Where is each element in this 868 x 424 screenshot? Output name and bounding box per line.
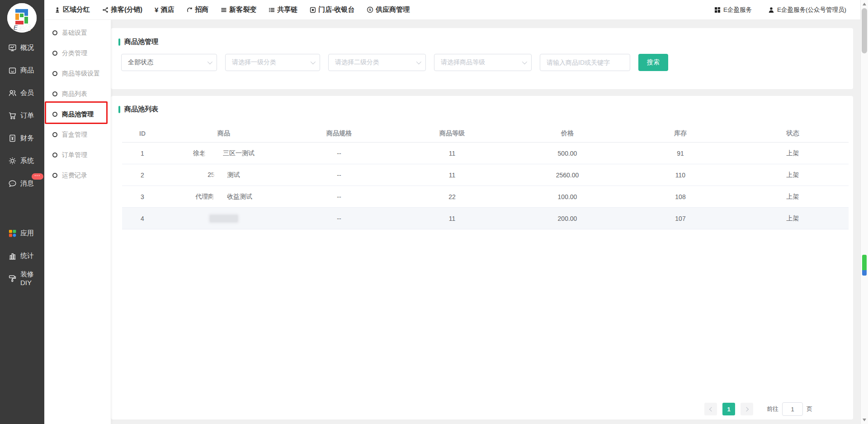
recycle-icon	[186, 7, 193, 13]
grid-icon	[714, 7, 721, 13]
status-select[interactable]: 全部状态	[121, 54, 217, 71]
sidebar-item-label: 财务	[20, 134, 34, 143]
table-row: 2 25测试 -- 11 2560.00 110 上架	[122, 164, 849, 186]
prev-page-button[interactable]	[704, 403, 717, 415]
col-header-level: 商品等级	[393, 129, 511, 138]
cell-level: 11	[393, 215, 511, 222]
sidebar-item-stats[interactable]: 统计	[0, 244, 44, 267]
topnav-item-store-cashier[interactable]: 门店-收银台	[310, 5, 354, 14]
submenu-item-order-mgmt[interactable]: 订单管理	[44, 145, 111, 165]
orders-icon	[8, 111, 17, 120]
radio-dot-icon	[52, 30, 57, 35]
submenu-item-blindbox-mgmt[interactable]: 盲盒管理	[44, 124, 111, 145]
topnav-item-investment[interactable]: 招商	[186, 5, 208, 14]
scrollbar-thumb[interactable]	[862, 8, 867, 53]
page-scrollbar[interactable]	[860, 0, 868, 424]
goods-icon	[8, 66, 17, 75]
sidebar-item-diy[interactable]: 装修DIY	[0, 267, 44, 290]
cell-spec: --	[285, 150, 393, 157]
topnav-item-fission[interactable]: 新客裂变	[221, 5, 256, 14]
category1-select-placeholder: 请选择一级分类	[232, 58, 276, 67]
submenu-item-label: 分类管理	[62, 49, 87, 57]
censor-blur	[206, 149, 222, 157]
sidebar-item-messages[interactable]: 消息 ···	[0, 172, 44, 195]
level-select[interactable]: 请选择商品等级	[434, 54, 532, 71]
col-header-spec: 商品规格	[285, 129, 393, 138]
keyword-input[interactable]	[540, 54, 630, 71]
submenu-item-goods-list[interactable]: 商品列表	[44, 84, 111, 104]
chevron-down-icon	[416, 59, 421, 64]
members-icon	[8, 89, 17, 97]
sidebar-item-label: 概况	[20, 43, 34, 52]
topnav-label: 供应商管理	[376, 5, 410, 14]
topnav-item-promoter[interactable]: 推客(分销)	[102, 5, 142, 14]
submenu-item-goods-pool-mgmt[interactable]: 商品池管理	[44, 104, 111, 124]
submenu-item-freight-records[interactable]: 运费记录	[44, 165, 111, 186]
service-menu[interactable]: E企盈服务	[714, 6, 752, 14]
submenu-item-label: 订单管理	[62, 151, 87, 159]
rank-icon	[54, 7, 61, 13]
cell-product-name: 徐老三区一测试	[163, 149, 285, 157]
col-header-id: ID	[122, 130, 163, 137]
submenu-item-category-mgmt[interactable]: 分类管理	[44, 43, 111, 63]
submenu-item-level-settings[interactable]: 商品等级设置	[44, 63, 111, 84]
sidebar-item-orders[interactable]: 订单	[0, 104, 44, 127]
sidebar-item-label: 应用	[20, 229, 34, 238]
scrollbar-marker-blue	[862, 270, 867, 276]
app-logo[interactable]: E企盈	[7, 3, 37, 33]
submenu-item-basic-settings[interactable]: 基础设置	[44, 23, 111, 43]
radio-dot-icon	[52, 173, 57, 178]
account-menu[interactable]: E企盈服务(公众号管理员)	[768, 6, 846, 14]
level-select-placeholder: 请选择商品等级	[441, 58, 485, 67]
sidebar-item-label: 会员	[20, 89, 34, 97]
sidebar-item-system[interactable]: 系统	[0, 149, 44, 172]
sidebar-item-members[interactable]: 会员	[0, 81, 44, 104]
title-accent-bar	[118, 38, 120, 46]
scroll-down-arrow-icon[interactable]	[863, 419, 866, 421]
col-header-status: 状态	[737, 129, 849, 138]
sidebar-item-overview[interactable]: 概况	[0, 36, 44, 59]
topnav-label: 推客(分销)	[111, 5, 142, 14]
category1-select[interactable]: 请选择一级分类	[225, 54, 320, 71]
top-navbar: 区域分红 推客(分销) ¥ 酒店 招商 新客裂变 共享链	[44, 0, 868, 20]
topnav-label: 新客裂变	[229, 5, 256, 14]
list-card-title: 商品池列表	[118, 105, 853, 114]
filter-card-title: 商品池管理	[118, 38, 843, 46]
topnav-item-hotel[interactable]: ¥ 酒店	[155, 5, 174, 14]
svg-text:S: S	[369, 8, 372, 12]
cell-level: 11	[393, 172, 511, 179]
topnav-item-share-chain[interactable]: 共享链	[269, 5, 297, 14]
goto-label: 前往	[767, 405, 778, 413]
page-title: 商品池管理	[124, 38, 158, 46]
cell-id: 4	[122, 215, 163, 222]
goto-page-input[interactable]	[782, 402, 803, 416]
list-title: 商品池列表	[124, 105, 158, 114]
pagination: 1 前往 页	[704, 402, 812, 416]
cell-product-name: 25测试	[163, 171, 285, 179]
sidebar-spacer	[0, 195, 44, 222]
overview-icon	[8, 43, 17, 52]
store-icon	[310, 7, 316, 13]
cell-stock: 107	[624, 215, 737, 222]
table-row: 4 -- 11 200.00 107 上架	[122, 208, 849, 229]
chevron-right-icon	[744, 407, 749, 411]
scroll-up-arrow-icon[interactable]	[863, 3, 866, 5]
topnav-item-supplier[interactable]: S 供应商管理	[367, 5, 410, 14]
cell-level: 22	[393, 193, 511, 200]
radio-dot-icon	[52, 91, 57, 96]
sidebar-item-label: 装修DIY	[20, 270, 44, 286]
category2-select-placeholder: 请选择二级分类	[335, 58, 379, 67]
cell-spec: --	[285, 215, 393, 222]
logo-graphic: E企盈	[7, 3, 37, 33]
topnav-item-region-bonus[interactable]: 区域分红	[54, 5, 90, 14]
next-page-button[interactable]	[741, 403, 753, 415]
search-button[interactable]: 搜索	[638, 54, 668, 71]
sidebar-item-goods[interactable]: 商品	[0, 59, 44, 81]
category2-select[interactable]: 请选择二级分类	[328, 54, 426, 71]
list-card: 商品池列表 ID 商品 商品规格 商品等级 价格 库存 状态 1 徐老三区一测试…	[111, 96, 853, 419]
col-header-name: 商品	[163, 129, 285, 138]
sidebar-item-finance[interactable]: 财务	[0, 127, 44, 149]
page-1-button[interactable]: 1	[722, 403, 735, 415]
sidebar-item-apps[interactable]: 应用	[0, 222, 44, 244]
radio-dot-icon	[52, 71, 57, 76]
